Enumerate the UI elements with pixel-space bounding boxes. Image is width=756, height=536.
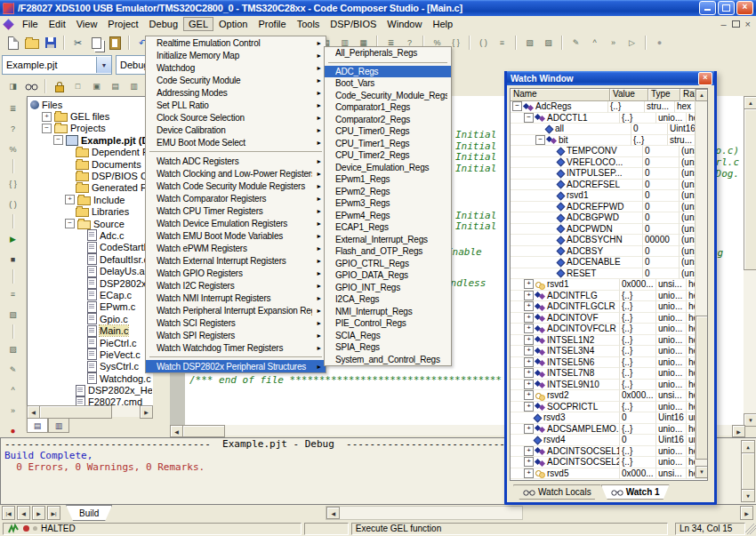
watch-row-intsel5n6[interactable]: +INTSEL5N6{..}unio...hex — [511, 357, 707, 369]
editor-hscroll-thumb[interactable] — [182, 425, 225, 437]
menu-item-boot-vars[interactable]: Boot_Vars — [325, 77, 451, 90]
close-button[interactable]: × — [736, 1, 753, 15]
chevron-down-icon[interactable]: ▼ — [96, 57, 111, 73]
watch-row-adcrefsel[interactable]: ADCREFSEL0(unsi...bin — [511, 180, 707, 191]
menu-item-initialize-memory-map[interactable]: Initialize Memory Map► — [146, 49, 326, 61]
menu-item-watch-spi-registers[interactable]: Watch SPI Registers► — [146, 329, 326, 341]
step-over-icon[interactable]: ? — [4, 121, 21, 136]
menu-item-epwm3-regs[interactable]: EPwm3_Regs — [325, 197, 451, 210]
scroll-right-icon[interactable]: ▶ — [732, 425, 745, 437]
expand-icon[interactable]: + — [524, 279, 534, 289]
watch-row-adcenable[interactable]: ADCENABLE0(unsi...bin — [511, 257, 707, 268]
menu-item-adc-regs[interactable]: ADC_Regs — [325, 66, 451, 78]
menu-item-system-and-control-regs[interactable]: System_and_Control_Regs — [325, 354, 451, 366]
tree-item-dsp2802x-g[interactable]: DSP2802x_G — [28, 277, 152, 289]
mdi-restore-button[interactable] — [732, 20, 740, 28]
grey-dot-icon[interactable]: ● — [651, 36, 668, 51]
menu-item-watch-gpio-registers[interactable]: Watch GPIO Registers► — [146, 267, 326, 279]
tab-watch-1[interactable]: Watch 1 — [601, 484, 670, 500]
menu-item-flash-and-otp-regs[interactable]: Flash_and_OTP_Regs — [325, 245, 451, 258]
record-icon[interactable]: ● — [4, 423, 21, 438]
tree-item-example-pjt-debu[interactable]: −Example.pjt (Debu — [28, 134, 152, 146]
watch-box-icon[interactable]: ▨ — [4, 341, 21, 356]
bookmarks-view-tab[interactable]: ▥ — [48, 419, 69, 433]
run-icon[interactable]: ▶ — [4, 231, 21, 246]
tree-item-generated-files[interactable]: Generated Files — [28, 182, 152, 194]
scroll-down-icon[interactable]: ▼ — [696, 466, 708, 478]
tree-item-projects[interactable]: −Projects — [28, 123, 152, 134]
step-out-icon[interactable]: % — [4, 141, 21, 156]
tree-item-delayus-asm[interactable]: DelayUs.asm — [28, 265, 152, 276]
menu-window[interactable]: Window — [382, 17, 427, 31]
menu-item-watch-epwm-registers[interactable]: Watch ePWM Registers► — [146, 242, 326, 254]
column-header-value[interactable]: Value — [610, 89, 648, 101]
lock-icon[interactable] — [51, 79, 68, 94]
tree-item-files[interactable]: Files — [28, 99, 152, 110]
collapse-icon[interactable]: − — [42, 124, 52, 133]
menu-item-watch-adc-registers[interactable]: Watch ADC Registers► — [146, 155, 326, 167]
tree-item-sysctrl-c[interactable]: SysCtrl.c — [28, 361, 152, 372]
open-file-icon[interactable] — [23, 36, 40, 51]
scroll-left-icon[interactable]: ◀ — [27, 405, 40, 419]
paste-icon[interactable] — [107, 36, 124, 51]
watch-glasses-icon[interactable] — [23, 79, 40, 94]
menu-debug[interactable]: Debug — [144, 17, 183, 31]
new-file-icon[interactable] — [4, 36, 21, 51]
menu-item-addressing-modes[interactable]: Addressing Modes► — [146, 86, 326, 99]
menu-item-spia-regs[interactable]: SPIA_Regs — [325, 341, 451, 354]
collapse-icon[interactable]: − — [512, 101, 522, 111]
expand-icon[interactable]: + — [524, 313, 534, 323]
menu-item-watch-clocking-and-low-power-registers[interactable]: Watch Clocking and Low-Power Registers► — [146, 167, 326, 180]
output-hscrollbar[interactable]: ◀ — [326, 506, 523, 520]
project-window-icon[interactable]: ◨ — [4, 79, 21, 94]
menu-file[interactable]: File — [17, 17, 44, 31]
menu-help[interactable]: Help — [427, 17, 458, 31]
expand-icon[interactable]: + — [42, 112, 52, 122]
disassembly-window-icon[interactable]: ▤ — [107, 79, 124, 94]
menu-view[interactable]: View — [71, 17, 103, 31]
watch-row-adcintsocsel1[interactable]: +ADCINTSOCSEL1{..}unio...hex — [511, 446, 707, 458]
tree-item-dsp2802x-header[interactable]: DSP2802x_Header — [28, 384, 152, 396]
collapse-icon[interactable]: − — [65, 219, 75, 228]
halt-icon[interactable]: ■ — [4, 252, 21, 267]
menu-item-watch-nmi-interrupt-registers[interactable]: Watch NMI Interrupt Registers► — [146, 292, 326, 304]
watch-row-adcsamplemo-[interactable]: +ADCSAMPLEMO...{..}unio...hex — [511, 424, 707, 436]
mdi-minimize-button[interactable]: – — [720, 19, 726, 29]
watch-row-adcbsychn[interactable]: ADCBSYCHN00000(unsi...bin — [511, 235, 707, 246]
expand-icon[interactable]: + — [65, 195, 75, 204]
last-tab-icon[interactable]: ▶| — [47, 506, 60, 520]
memory-map-icon[interactable]: □ — [69, 79, 86, 94]
cut-icon[interactable]: ✂ — [69, 36, 86, 51]
menu-item-watch-comparator-registers[interactable]: Watch Comparator Registers► — [146, 192, 326, 204]
build-vscroll-thumb[interactable] — [741, 452, 755, 490]
column-header-name[interactable]: Name — [511, 89, 610, 101]
outline-list-icon[interactable]: ▧ — [521, 36, 538, 51]
menu-item-nmi-interrupt-regs[interactable]: NMI_Interrupt_Regs — [325, 306, 451, 318]
first-tab-icon[interactable]: |◀ — [2, 506, 15, 520]
expand-icon[interactable]: + — [524, 291, 534, 300]
collapse-icon[interactable]: − — [53, 135, 63, 145]
console-box-icon[interactable]: » — [4, 403, 21, 418]
menu-item-comparator1-regs[interactable]: Comparator1_Regs — [325, 101, 451, 114]
menu-gel[interactable]: GEL — [183, 17, 213, 31]
expand-icon[interactable]: + — [524, 380, 534, 389]
menu-item-epwm2-regs[interactable]: EPwm2_Regs — [325, 186, 451, 198]
tree-item-defaultisr-c[interactable]: DefaultIsr.c — [28, 253, 152, 265]
watch-row-rsvd1[interactable]: +rsvd10x000...unsi...hex — [511, 279, 707, 291]
menu-item-watch-cpu-timer-registers[interactable]: Watch CPU Timer Registers► — [146, 204, 326, 217]
menu-item-device-calibration[interactable]: Device Calibration► — [146, 124, 326, 136]
menu-item-scia-regs[interactable]: SCIA_Regs — [325, 330, 451, 342]
animate-icon[interactable]: ≡ — [4, 286, 21, 301]
tree-item-epwm-c[interactable]: EPwm.c — [28, 301, 152, 313]
menu-item-watch-device-emulation-registers[interactable]: Watch Device Emulation Registers► — [146, 217, 326, 229]
tree-item-dsp-bios-config[interactable]: DSP/BIOS Config — [28, 170, 152, 181]
watch-row-adcrefpwd[interactable]: ADCREFPWD0(unsi...bin — [511, 202, 707, 213]
tree-hscrollbar[interactable]: ◀ ▶ — [27, 405, 151, 418]
step-into-icon[interactable]: ≣ — [4, 100, 21, 116]
watch-row-rsvd3[interactable]: rsvd30Uint16unsi — [511, 412, 707, 424]
tree-hscroll-thumb[interactable] — [39, 405, 112, 419]
tree-item-source[interactable]: −Source — [28, 218, 152, 229]
menu-item-watch-sci-registers[interactable]: Watch SCI Registers► — [146, 316, 326, 329]
watch-row-adcbgpwd[interactable]: ADCBGPWD0(unsi...bin — [511, 212, 707, 224]
watch-vscroll-thumb[interactable] — [696, 316, 708, 460]
